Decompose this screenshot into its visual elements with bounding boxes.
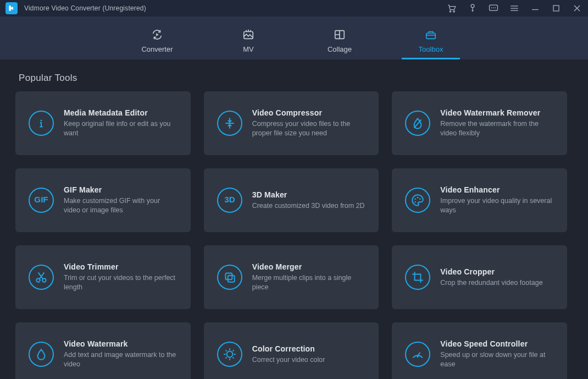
tool-desc: Crop the redundant video footage xyxy=(440,278,554,288)
tool-desc: Speed up or slow down your file at ease xyxy=(440,350,554,369)
tool-card[interactable]: Video MergerMerge multiple clips into a … xyxy=(204,245,379,309)
tool-title: 3D Maker xyxy=(252,190,366,199)
tab-collage[interactable]: Collage xyxy=(310,17,369,59)
tools-grid: Media Metadata EditorKeep original file … xyxy=(15,91,567,379)
minimize-icon[interactable] xyxy=(530,3,541,14)
svg-text:GIF: GIF xyxy=(34,195,48,204)
tool-desc: Create customized 3D video from 2D xyxy=(252,201,366,211)
collage-icon xyxy=(332,28,347,42)
body: Popular Tools Media Metadata EditorKeep … xyxy=(0,59,588,379)
svg-point-15 xyxy=(417,197,419,199)
3d-icon: 3D xyxy=(217,188,242,213)
tool-title: Media Metadata Editor xyxy=(64,108,177,117)
tool-card[interactable]: 3D3D MakerCreate customized 3D video fro… xyxy=(204,168,379,232)
app-title: Vidmore Video Converter (Unregistered) xyxy=(24,4,146,12)
speed-icon xyxy=(405,342,430,367)
tool-desc: Add text and image watermark to the vide… xyxy=(64,350,177,369)
app-logo xyxy=(5,2,18,14)
tool-title: Video Watermark Remover xyxy=(440,108,554,117)
tool-card[interactable]: Media Metadata EditorKeep original file … xyxy=(15,91,191,155)
cart-icon[interactable] xyxy=(446,3,457,14)
tool-title: Video Speed Controller xyxy=(440,339,554,348)
tool-title: GIF Maker xyxy=(64,185,177,194)
tool-card[interactable]: GIFGIF MakerMake customized GIF with you… xyxy=(15,168,191,232)
tool-card[interactable]: Video CropperCrop the redundant video fo… xyxy=(392,245,567,309)
close-icon[interactable] xyxy=(572,3,583,14)
svg-point-4 xyxy=(491,7,492,8)
svg-point-5 xyxy=(493,7,494,8)
tool-title: Video Merger xyxy=(252,262,366,271)
svg-rect-10 xyxy=(426,33,436,39)
svg-point-11 xyxy=(41,120,42,122)
drop-icon xyxy=(29,342,54,367)
tool-title: Video Trimmer xyxy=(64,262,177,271)
svg-text:3D: 3D xyxy=(224,195,235,204)
svg-point-17 xyxy=(415,201,417,203)
tab-label: Collage xyxy=(328,45,352,53)
tab-mv[interactable]: MV xyxy=(219,17,278,59)
tool-card[interactable]: Video EnhancerImprove your video quality… xyxy=(392,168,567,232)
tool-desc: Make customized GIF with your video or i… xyxy=(64,196,177,215)
scissors-icon xyxy=(29,265,54,290)
color-icon xyxy=(217,342,242,367)
svg-point-22 xyxy=(226,351,232,358)
toolbox-icon xyxy=(424,28,438,42)
tool-title: Color Correction xyxy=(252,344,366,353)
sync-play-icon xyxy=(150,28,164,42)
tab-converter[interactable]: Converter xyxy=(128,17,186,59)
tool-card[interactable]: Color CorrectionCorrect your video color xyxy=(204,322,379,379)
titlebar-actions xyxy=(446,3,583,14)
menu-icon[interactable] xyxy=(509,3,520,14)
tool-title: Video Enhancer xyxy=(440,185,554,194)
tool-card[interactable]: Video Watermark RemoverRemove the waterm… xyxy=(392,91,567,155)
tool-title: Video Compressor xyxy=(252,108,366,117)
info-icon xyxy=(29,111,54,136)
svg-point-6 xyxy=(495,7,496,8)
maximize-icon[interactable] xyxy=(551,3,562,14)
svg-point-1 xyxy=(453,11,455,13)
tool-desc: Remove the watermark from the video flex… xyxy=(440,119,554,138)
chat-icon[interactable] xyxy=(488,3,499,14)
titlebar: Vidmore Video Converter (Unregistered) xyxy=(0,0,588,17)
tab-label: Converter xyxy=(141,45,173,53)
tool-desc: Correct your video color xyxy=(252,355,366,365)
tool-desc: Merge multiple clips into a single piece xyxy=(252,273,366,292)
section-title: Popular Tools xyxy=(19,73,569,84)
tool-desc: Compress your video files to the proper … xyxy=(252,119,366,138)
svg-point-0 xyxy=(450,11,451,13)
tool-card[interactable]: Video WatermarkAdd text and image waterm… xyxy=(15,322,191,379)
tool-card[interactable]: Video TrimmerTrim or cut your videos to … xyxy=(15,245,191,309)
tab-label: MV xyxy=(243,45,254,53)
crop-icon xyxy=(405,265,430,290)
tool-desc: Improve your video quality in several wa… xyxy=(440,196,554,215)
svg-point-16 xyxy=(419,199,421,200)
svg-rect-7 xyxy=(553,6,559,11)
image-music-icon xyxy=(241,28,256,42)
svg-point-2 xyxy=(471,4,474,8)
tool-card[interactable]: Video Speed ControllerSpeed up or slow d… xyxy=(392,322,567,379)
svg-rect-20 xyxy=(225,273,232,279)
gif-icon: GIF xyxy=(29,188,54,213)
tools-scroll[interactable]: Media Metadata EditorKeep original file … xyxy=(15,91,573,379)
svg-point-23 xyxy=(417,356,419,358)
palette-icon xyxy=(405,188,430,213)
tab-toolbox[interactable]: Toolbox xyxy=(402,17,460,59)
tool-desc: Keep original file info or edit as you w… xyxy=(64,119,177,138)
key-icon[interactable] xyxy=(467,3,478,14)
merge-icon xyxy=(217,265,242,290)
main-tabs: ConverterMVCollageToolbox xyxy=(0,17,588,59)
tool-title: Video Watermark xyxy=(64,339,177,348)
svg-point-14 xyxy=(415,199,417,200)
compress-icon xyxy=(217,111,242,136)
tool-title: Video Cropper xyxy=(440,267,554,276)
svg-rect-21 xyxy=(228,276,234,282)
tool-card[interactable]: Video CompressorCompress your video file… xyxy=(204,91,379,155)
tool-desc: Trim or cut your videos to the perfect l… xyxy=(64,273,177,292)
drop-slash-icon xyxy=(405,111,430,136)
tab-label: Toolbox xyxy=(419,45,443,53)
